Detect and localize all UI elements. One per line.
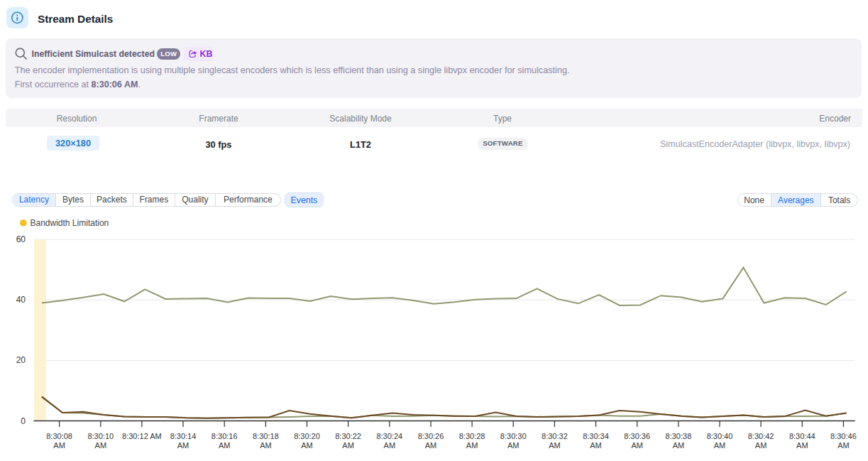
svg-text:8:30:10: 8:30:10 xyxy=(87,432,114,440)
svg-text:AM: AM xyxy=(260,441,272,450)
svg-text:60: 60 xyxy=(16,234,26,244)
svg-text:AM: AM xyxy=(53,441,65,450)
svg-text:8:30:34: 8:30:34 xyxy=(583,432,609,440)
svg-text:8:30:18: 8:30:18 xyxy=(253,432,279,440)
svg-text:AM: AM xyxy=(466,441,478,450)
svg-text:8:30:14: 8:30:14 xyxy=(170,432,197,440)
svg-text:8:30:46: 8:30:46 xyxy=(830,432,857,440)
svg-text:20: 20 xyxy=(16,355,26,365)
svg-text:AM: AM xyxy=(796,441,808,450)
svg-text:AM: AM xyxy=(549,441,561,450)
svg-text:AM: AM xyxy=(95,441,107,450)
svg-text:AM: AM xyxy=(673,441,685,450)
svg-text:AM: AM xyxy=(384,441,396,450)
svg-text:8:30:30: 8:30:30 xyxy=(500,432,527,440)
svg-text:8:30:22: 8:30:22 xyxy=(335,432,361,440)
svg-text:AM: AM xyxy=(425,441,437,450)
svg-text:AM: AM xyxy=(177,441,189,450)
svg-text:40: 40 xyxy=(16,295,26,305)
svg-text:8:30:08: 8:30:08 xyxy=(46,432,72,440)
svg-text:8:30:16: 8:30:16 xyxy=(211,432,238,440)
svg-text:8:30:12 AM: 8:30:12 AM xyxy=(122,432,162,440)
svg-text:8:30:40: 8:30:40 xyxy=(707,432,733,440)
svg-text:8:30:28: 8:30:28 xyxy=(459,432,485,440)
svg-text:8:30:44: 8:30:44 xyxy=(789,432,815,440)
svg-text:AM: AM xyxy=(507,441,520,450)
svg-text:8:30:32: 8:30:32 xyxy=(542,432,568,440)
svg-text:Bandwidth Limitation: Bandwidth Limitation xyxy=(31,218,109,228)
svg-text:AM: AM xyxy=(301,441,313,450)
svg-text:0: 0 xyxy=(21,416,26,426)
svg-text:AM: AM xyxy=(590,441,602,450)
svg-text:8:30:24: 8:30:24 xyxy=(376,432,402,440)
svg-text:8:30:42: 8:30:42 xyxy=(748,432,774,440)
svg-text:AM: AM xyxy=(342,441,354,450)
svg-text:AM: AM xyxy=(631,441,643,450)
svg-text:8:30:26: 8:30:26 xyxy=(418,432,444,440)
svg-text:AM: AM xyxy=(714,441,726,450)
svg-text:AM: AM xyxy=(755,441,767,450)
svg-text:AM: AM xyxy=(837,441,850,450)
svg-text:8:30:20: 8:30:20 xyxy=(294,432,320,440)
svg-text:AM: AM xyxy=(219,441,231,450)
svg-text:8:30:38: 8:30:38 xyxy=(666,432,692,440)
svg-text:8:30:36: 8:30:36 xyxy=(624,432,650,440)
